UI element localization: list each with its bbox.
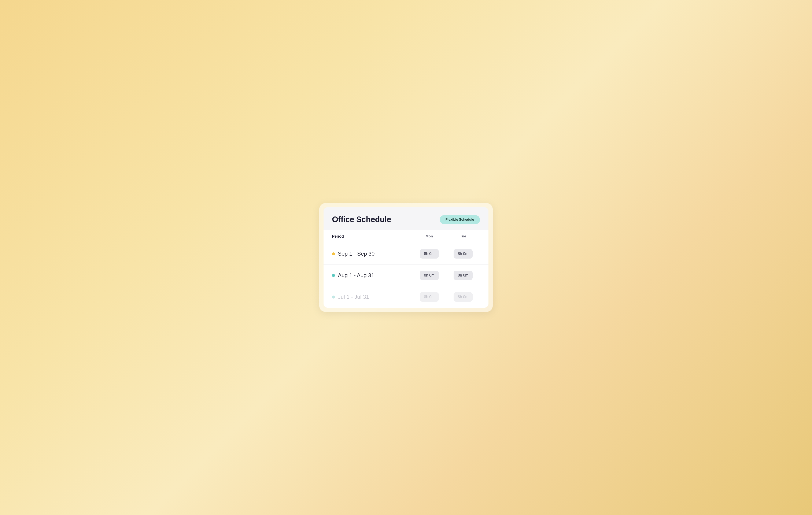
- table-row: Aug 1 - Aug 31 8h 0m 8h 0m: [323, 265, 489, 286]
- time-badge-aug-mon: 8h 0m: [420, 271, 439, 280]
- table-row: Jul 1 - Jul 31 8h 0m 8h 0m: [323, 286, 489, 308]
- period-cell-jul: Jul 1 - Jul 31: [332, 294, 412, 300]
- dot-icon-aug: [332, 274, 335, 277]
- period-cell-sep: Sep 1 - Sep 30: [332, 250, 412, 257]
- flexible-schedule-badge[interactable]: Flexible Schedule: [440, 215, 480, 224]
- dot-icon-jul: [332, 296, 335, 299]
- inner-card: Office Schedule Flexible Schedule Period…: [323, 207, 489, 308]
- period-label-sep: Sep 1 - Sep 30: [338, 250, 375, 257]
- tue-cell-jul: 8h 0m: [446, 292, 480, 302]
- col-header-period: Period: [332, 234, 412, 239]
- mon-cell-jul: 8h 0m: [412, 292, 446, 302]
- dot-icon-sep: [332, 252, 335, 255]
- period-label-jul: Jul 1 - Jul 31: [338, 294, 369, 300]
- time-badge-jul-tue: 8h 0m: [454, 292, 473, 302]
- card-header: Office Schedule Flexible Schedule: [323, 207, 489, 230]
- time-badge-sep-tue: 8h 0m: [454, 249, 473, 259]
- col-header-tue: Tue: [446, 234, 480, 239]
- tue-cell-aug: 8h 0m: [446, 271, 480, 280]
- time-badge-jul-mon: 8h 0m: [420, 292, 439, 302]
- table-row: Sep 1 - Sep 30 8h 0m 8h 0m: [323, 243, 489, 265]
- period-cell-aug: Aug 1 - Aug 31: [332, 272, 412, 279]
- outer-card: Office Schedule Flexible Schedule Period…: [319, 203, 493, 312]
- period-label-aug: Aug 1 - Aug 31: [338, 272, 374, 279]
- page-title: Office Schedule: [332, 215, 391, 224]
- schedule-table: Period Mon Tue Sep 1 - Sep 30 8h 0m 8h 0…: [323, 230, 489, 308]
- time-badge-sep-mon: 8h 0m: [420, 249, 439, 259]
- mon-cell-sep: 8h 0m: [412, 249, 446, 259]
- table-header-row: Period Mon Tue: [323, 230, 489, 243]
- col-header-mon: Mon: [412, 234, 446, 239]
- tue-cell-sep: 8h 0m: [446, 249, 480, 259]
- mon-cell-aug: 8h 0m: [412, 271, 446, 280]
- time-badge-aug-tue: 8h 0m: [454, 271, 473, 280]
